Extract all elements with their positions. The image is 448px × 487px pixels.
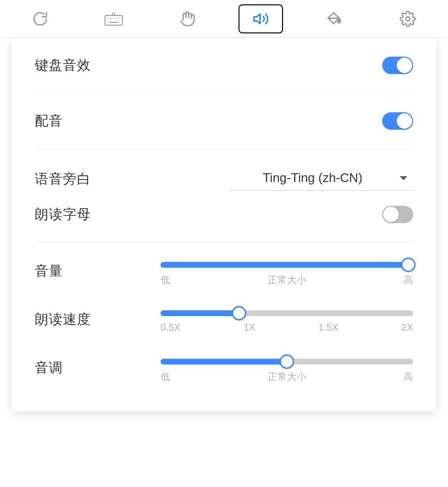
tick-label: 正常大小 xyxy=(268,370,306,383)
voice-over-label: 配音 xyxy=(35,112,63,130)
sound-settings-panel: 键盘音效 配音 语音旁白 Ting-Ting (zh-CN) 朗读字母 音量 xyxy=(12,38,436,411)
pitch-label: 音调 xyxy=(35,359,141,377)
hand-button[interactable] xyxy=(165,4,209,33)
tick-label: 1.5X xyxy=(318,322,338,333)
toolbar xyxy=(0,0,448,38)
tick-label: 低 xyxy=(161,370,170,383)
paint-button[interactable] xyxy=(312,4,357,33)
speed-label: 朗读速度 xyxy=(35,310,141,329)
keyboard-icon xyxy=(104,12,123,26)
narrator-label: 语音旁白 xyxy=(35,170,91,188)
narrator-select[interactable]: Ting-Ting (zh-CN) xyxy=(229,167,413,191)
sound-icon xyxy=(252,11,270,27)
read-letters-label: 朗读字母 xyxy=(35,205,91,224)
read-letters-toggle[interactable] xyxy=(382,206,413,223)
sound-button[interactable] xyxy=(239,4,283,33)
tick-label: 正常大小 xyxy=(268,274,306,287)
tick-label: 0.5X xyxy=(161,322,180,333)
svg-point-10 xyxy=(406,16,410,21)
volume-slider[interactable] xyxy=(161,262,413,268)
tick-label: 高 xyxy=(403,370,413,383)
keyboard-sounds-toggle[interactable] xyxy=(382,57,413,74)
pitch-slider[interactable] xyxy=(161,359,413,365)
volume-label: 音量 xyxy=(35,262,141,280)
svg-marker-9 xyxy=(254,14,260,24)
paint-icon xyxy=(326,11,343,27)
keyboard-button[interactable] xyxy=(91,4,136,33)
chevron-down-icon xyxy=(400,176,407,180)
hand-icon xyxy=(179,11,195,27)
keyboard-sounds-label: 键盘音效 xyxy=(35,56,91,75)
voice-over-toggle[interactable] xyxy=(382,112,413,130)
tick-label: 高 xyxy=(403,274,413,287)
tick-label: 2X xyxy=(402,322,413,333)
svg-rect-0 xyxy=(105,15,122,25)
narrator-value: Ting-Ting (zh-CN) xyxy=(235,170,390,185)
refresh-button[interactable] xyxy=(18,4,62,33)
refresh-icon xyxy=(32,11,48,27)
gear-icon xyxy=(400,11,416,27)
settings-button[interactable] xyxy=(386,4,430,33)
tick-label: 低 xyxy=(161,274,170,287)
speed-slider[interactable] xyxy=(161,310,413,316)
tick-label: 1X xyxy=(243,322,255,333)
